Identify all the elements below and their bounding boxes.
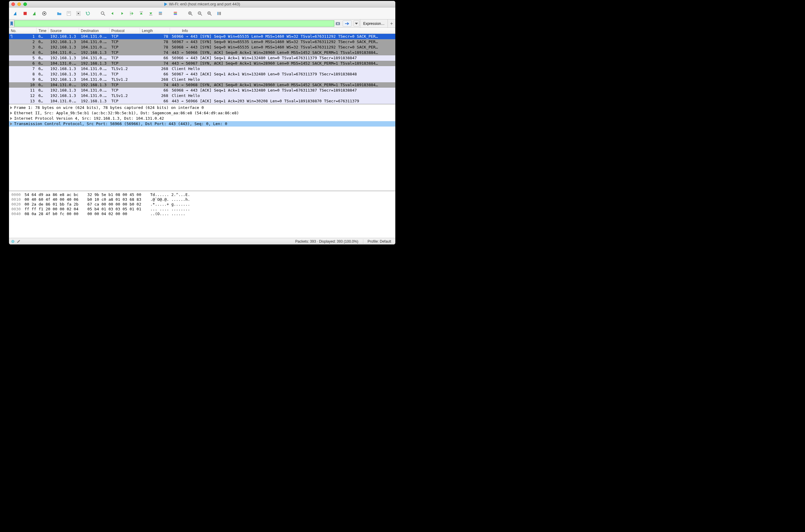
packet-row[interactable]: 30…192.168.1.3104.131.0.…TCP7856968 → 44…: [9, 44, 395, 50]
column-length[interactable]: Length: [140, 28, 170, 34]
app-icon: [164, 2, 167, 6]
column-info[interactable]: Info: [170, 28, 395, 34]
packet-list-header: No. Time Source Destination Protocol Len…: [9, 28, 395, 34]
svg-rect-13: [159, 12, 162, 12]
svg-rect-27: [220, 12, 221, 15]
clear-filter-button[interactable]: [334, 19, 342, 27]
packet-list-pane: No. Time Source Destination Protocol Len…: [9, 28, 395, 104]
expand-icon[interactable]: [10, 117, 12, 120]
svg-line-8: [103, 14, 105, 16]
svg-line-24: [210, 14, 212, 16]
edit-capture-comment-button[interactable]: [17, 240, 20, 243]
status-bar: Packets: 393 · Displayed: 393 (100.0%) P…: [9, 238, 395, 245]
svg-rect-11: [140, 12, 143, 12]
go-to-last-button[interactable]: [147, 9, 155, 18]
zoom-in-button[interactable]: [186, 9, 194, 18]
column-protocol[interactable]: Protocol: [110, 28, 140, 34]
zoom-out-button[interactable]: [196, 9, 204, 18]
expand-icon[interactable]: [10, 106, 12, 109]
column-time[interactable]: Time: [37, 28, 49, 34]
filter-history-dropdown[interactable]: [353, 20, 359, 26]
minimize-window-button[interactable]: [17, 2, 21, 6]
svg-line-22: [200, 14, 202, 16]
expand-icon[interactable]: [10, 122, 12, 126]
svg-point-7: [101, 12, 104, 14]
stop-capture-button[interactable]: [21, 9, 29, 18]
packet-bytes-pane[interactable]: 000054 64 d9 aa 86 e8 ac bc32 9b 5e b1 0…: [9, 191, 395, 238]
svg-rect-16: [174, 12, 177, 12]
go-to-first-button[interactable]: [137, 9, 146, 18]
svg-rect-26: [219, 12, 220, 15]
column-no[interactable]: No.: [9, 28, 37, 34]
restart-capture-button[interactable]: [31, 9, 39, 18]
window-controls: [12, 2, 27, 6]
reload-file-button[interactable]: [84, 9, 92, 18]
svg-rect-17: [174, 13, 177, 14]
window-title: Wi-Fi: en0 (host mkcert.org and port 443…: [169, 2, 240, 6]
svg-rect-14: [159, 13, 162, 14]
packet-row[interactable]: 80…192.168.1.3104.131.0.…TCP6656967 → 44…: [9, 72, 395, 77]
main-toolbar: [9, 7, 395, 19]
packet-row[interactable]: 100…104.131.0.…192.168.1.3TCP74443 → 569…: [9, 82, 395, 88]
svg-rect-4: [68, 12, 70, 13]
packet-row[interactable]: 60…104.131.0.…192.168.1.3TCP74443 → 5696…: [9, 61, 395, 66]
colorize-button[interactable]: [171, 9, 179, 18]
packet-row[interactable]: 70…192.168.1.3104.131.0.…TLSv1.2268Clien…: [9, 66, 395, 72]
column-destination[interactable]: Destination: [79, 28, 110, 34]
packet-row[interactable]: 10…192.168.1.3104.131.0.…TCP7856966 → 44…: [9, 34, 395, 39]
capture-options-button[interactable]: [40, 9, 49, 18]
hex-row[interactable]: 004008 0a 28 4f b0 fc 00 0000 00 04 02 0…: [12, 211, 393, 216]
expert-info-indicator[interactable]: [12, 240, 14, 243]
svg-line-20: [191, 14, 192, 16]
svg-rect-0: [24, 12, 27, 15]
packet-list-body[interactable]: 10…192.168.1.3104.131.0.…TCP7856966 → 44…: [9, 34, 395, 104]
packet-row[interactable]: 50…192.168.1.3104.131.0.…TCP6656966 → 44…: [9, 55, 395, 61]
status-packet-count: Packets: 393 · Displayed: 393 (100.0%): [295, 240, 359, 244]
packet-row[interactable]: 90…192.168.1.3104.131.0.…TLSv1.2268Clien…: [9, 77, 395, 82]
go-forward-button[interactable]: [118, 9, 126, 18]
detail-tree-item[interactable]: Internet Protocol Version 4, Src: 192.16…: [9, 116, 395, 121]
auto-scroll-button[interactable]: [156, 9, 165, 18]
expression-button[interactable]: Expression…: [360, 19, 387, 27]
status-profile[interactable]: Profile: Default: [363, 240, 395, 244]
zoom-window-button[interactable]: [23, 2, 27, 6]
shark-fin-icon[interactable]: [12, 9, 20, 18]
hex-row[interactable]: 0030ff ff f1 20 00 00 02 0405 b4 01 03 0…: [12, 207, 393, 211]
titlebar: Wi-Fi: en0 (host mkcert.org and port 443…: [9, 1, 395, 7]
svg-point-2: [44, 13, 45, 14]
find-packet-button[interactable]: [99, 9, 107, 18]
add-filter-button[interactable]: +: [387, 19, 395, 27]
apply-filter-button[interactable]: [343, 20, 352, 26]
svg-rect-10: [130, 14, 131, 15]
bookmark-filter-button[interactable]: [9, 19, 14, 27]
svg-rect-12: [149, 15, 153, 15]
detail-tree-item[interactable]: Transmission Control Protocol, Src Port:…: [9, 121, 395, 127]
display-filter-input[interactable]: [14, 20, 334, 26]
column-source[interactable]: Source: [49, 28, 79, 34]
svg-rect-25: [217, 12, 218, 15]
packet-row[interactable]: 130…104.131.0.…192.168.1.3TCP66443 → 569…: [9, 98, 395, 104]
close-window-button[interactable]: [12, 2, 15, 6]
hex-row[interactable]: 002000 2a de 86 01 bb fa 2b67 ca 00 00 0…: [12, 202, 393, 207]
zoom-reset-button[interactable]: [205, 9, 214, 18]
detail-tree-item[interactable]: Ethernet II, Src: Apple_9b:5e:b1 (ac:bc:…: [9, 110, 395, 116]
packet-row[interactable]: 40…104.131.0.…192.168.1.3TCP74443 → 5696…: [9, 50, 395, 55]
open-file-button[interactable]: [55, 9, 63, 18]
svg-rect-5: [68, 13, 70, 14]
filter-toolbar: Expression… +: [9, 19, 395, 28]
packet-row[interactable]: 20…192.168.1.3104.131.0.…TCP7856967 → 44…: [9, 39, 395, 44]
app-window: Wi-Fi: en0 (host mkcert.org and port 443…: [9, 1, 395, 245]
detail-tree-item[interactable]: Frame 1: 78 bytes on wire (624 bits), 78…: [9, 105, 395, 110]
resize-columns-button[interactable]: [215, 9, 223, 18]
go-back-button[interactable]: [108, 9, 117, 18]
packet-details-pane[interactable]: Frame 1: 78 bytes on wire (624 bits), 78…: [9, 104, 395, 191]
hex-row[interactable]: 001000 40 60 4f 40 00 40 06b0 10 c0 a8 0…: [12, 197, 393, 202]
go-to-packet-button[interactable]: [128, 9, 136, 18]
close-file-button[interactable]: [74, 9, 82, 18]
hex-row[interactable]: 000054 64 d9 aa 86 e8 ac bc32 9b 5e b1 0…: [12, 192, 393, 197]
svg-rect-15: [159, 14, 162, 15]
packet-row[interactable]: 120…192.168.1.3104.131.0.…TLSv1.2268Clie…: [9, 93, 395, 98]
packet-row[interactable]: 110…192.168.1.3104.131.0.…TCP6656968 → 4…: [9, 88, 395, 93]
save-file-button[interactable]: [65, 9, 73, 18]
expand-icon[interactable]: [10, 112, 12, 115]
